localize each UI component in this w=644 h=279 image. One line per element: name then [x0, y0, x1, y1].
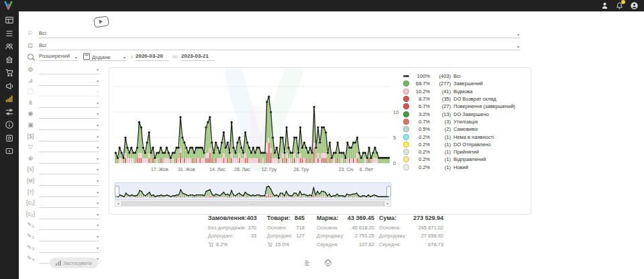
legend-pct: 0.2% — [412, 164, 430, 170]
bell-icon[interactable] — [615, 1, 624, 10]
product-type-select[interactable]: ▾ — [39, 121, 99, 130]
top-header — [0, 0, 644, 11]
customers-icon — [5, 42, 14, 51]
legend-lab: DO Отправлено — [453, 142, 491, 148]
user-icon[interactable] — [600, 1, 609, 10]
utm-campaign-select[interactable]: ▾ — [39, 199, 99, 208]
stat-row: 15.0% — [267, 240, 305, 249]
stat-title: Маржа:43 369.45 — [317, 215, 374, 223]
stat-row: Основна:40 618.20 — [317, 223, 374, 232]
date-from-input[interactable]: 2020-03-20 — [136, 52, 169, 61]
legend-lab: Повернення (завершений) — [453, 103, 515, 109]
legend-item[interactable]: 0.2%(1)DO Отправлено — [403, 141, 527, 148]
scrollbar-thumb[interactable]: ⋯ — [121, 201, 384, 206]
legend-swatch — [403, 80, 409, 87]
navigator-handle-right[interactable] — [386, 186, 391, 197]
custom-field-2-select[interactable]: ▾ — [39, 232, 99, 241]
list-view-icon[interactable] — [304, 259, 312, 267]
legend-item[interactable]: 0.5%(2)Самовивіз — [403, 125, 527, 133]
chevron-down-icon: ▾ — [75, 54, 77, 62]
disabled-filter-select: ▾ — [39, 87, 99, 97]
orders-chart[interactable] — [115, 70, 390, 166]
legend-item[interactable]: 6.7%(27)Повернення (завершений) — [403, 103, 527, 110]
responsible-select[interactable]: ▾ — [39, 109, 99, 119]
legend-swatch — [403, 89, 409, 95]
utm-source-icon: {s} — [25, 166, 36, 172]
legend-item[interactable]: 0.2%(1)Новий — [403, 164, 527, 171]
filter-row-site: ⊕▾ — [25, 154, 101, 164]
sidebar-item-customers[interactable] — [5, 42, 14, 51]
sidebar-item-info[interactable] — [5, 120, 14, 129]
sidebar-item-sales[interactable] — [5, 68, 14, 77]
sidebar-item-settings[interactable] — [5, 107, 14, 117]
chart-scrollbar[interactable]: ◂ ⋯ ▸ — [115, 201, 391, 207]
utm-medium-select[interactable]: ▾ — [39, 176, 99, 186]
legend-lab: Утилізація — [453, 119, 478, 125]
utm-source-select[interactable]: ▾ — [39, 165, 99, 174]
cart-icon — [267, 241, 273, 247]
funnel-stage-icon: ⊿ — [25, 77, 36, 84]
legend-cnt: (1) — [433, 164, 451, 170]
funnel-select[interactable]: ▾ — [39, 143, 99, 152]
scroll-left-icon[interactable]: ◂ — [115, 201, 121, 206]
legend-cnt: (35) — [433, 96, 451, 102]
date-to-input[interactable]: 2023-03-21 — [181, 52, 215, 61]
sidebar-item-analytics[interactable] — [5, 94, 14, 103]
filter-row-structure: ⋔▾ — [25, 99, 101, 109]
utm-term-select[interactable]: ▾ — [39, 188, 99, 197]
sidebar-item-products[interactable] — [5, 133, 14, 143]
search-mode-select[interactable]: Розширений▾ — [39, 52, 78, 61]
sidebar-item-dashboard[interactable] — [5, 15, 14, 25]
chart-navigator[interactable] — [115, 182, 391, 200]
chevron-down-icon: ▾ — [97, 178, 99, 183]
app-logo[interactable] — [3, 1, 13, 11]
custom-field-3-select[interactable]: ▾ — [39, 243, 99, 253]
legend-item[interactable]: 8.7%(35)DO Возврат склад — [403, 95, 527, 103]
payment-select[interactable]: ▾ — [39, 132, 99, 142]
legend-lab: Прийнятий — [453, 149, 479, 155]
scroll-right-icon[interactable]: ▸ — [385, 201, 390, 206]
legend-item[interactable]: 68.7%(277)Завершений — [403, 80, 527, 87]
category-filter-input[interactable]: Всі▾ — [39, 30, 520, 38]
date-field-select[interactable]: Додане ▾ — [83, 52, 126, 61]
navigator-handle-left[interactable] — [115, 186, 119, 197]
sidebar-item-marketing[interactable] — [5, 81, 14, 91]
legend-swatch — [403, 149, 409, 155]
source-select[interactable]: ▾ — [39, 65, 99, 74]
legend-cnt: (41) — [433, 89, 451, 95]
sidebar-item-company[interactable] — [5, 55, 14, 64]
utm-content-select[interactable]: ▾ — [39, 210, 99, 219]
legend-cnt: (277) — [433, 80, 451, 87]
legend-cnt: (403) — [433, 73, 451, 79]
legend-item[interactable]: 0.7%(3)Утилізація — [403, 118, 527, 125]
legend-item[interactable]: 100%(403)Всі — [403, 72, 527, 80]
legend-item[interactable]: 0.2%(1)Нема в наявності — [403, 133, 527, 140]
structure-select[interactable]: ▾ — [39, 99, 99, 108]
video-tour-icon[interactable] — [93, 15, 109, 27]
sidebar-item-video-help[interactable] — [5, 146, 14, 156]
legend-item[interactable]: 10.2%(41)Відмова — [403, 88, 527, 95]
legend-lab: Самовивіз — [453, 126, 478, 132]
stat-column: Маржа:43 369.45Основна:40 618.20Допродаж… — [317, 215, 374, 249]
legend-lab: DO Завершено — [453, 111, 489, 117]
funnel-stage-select[interactable]: ▾ — [39, 76, 99, 86]
custom-field-1-select[interactable]: ▾ — [39, 221, 99, 230]
legend-item[interactable]: 0.2%(1)Прийнятий — [403, 148, 527, 156]
avatar-icon[interactable] — [630, 1, 639, 10]
chevron-down-icon: ▾ — [97, 134, 99, 139]
legend-item[interactable]: 0.2%(1)Відправлений — [403, 156, 527, 163]
apply-button[interactable]: Застосувати — [50, 258, 98, 268]
legend-lab: Всі — [453, 73, 460, 79]
sidebar-item-orders[interactable] — [5, 29, 14, 38]
x-tick: 31. Жов — [178, 167, 195, 172]
date-from-label: з — [131, 54, 133, 59]
product-filter-input[interactable]: Всі▾ — [39, 42, 520, 50]
chevron-down-icon: ▾ — [97, 201, 99, 205]
marketing-icon — [5, 81, 14, 91]
stat-row: Середня:107.62 — [317, 240, 374, 249]
legend-swatch — [403, 103, 409, 109]
package-view-icon[interactable] — [324, 259, 332, 267]
chevron-down-icon: ▾ — [97, 101, 99, 105]
site-select[interactable]: ▾ — [39, 154, 99, 164]
legend-item[interactable]: 3.2%(13)DO Завершено — [403, 110, 527, 117]
